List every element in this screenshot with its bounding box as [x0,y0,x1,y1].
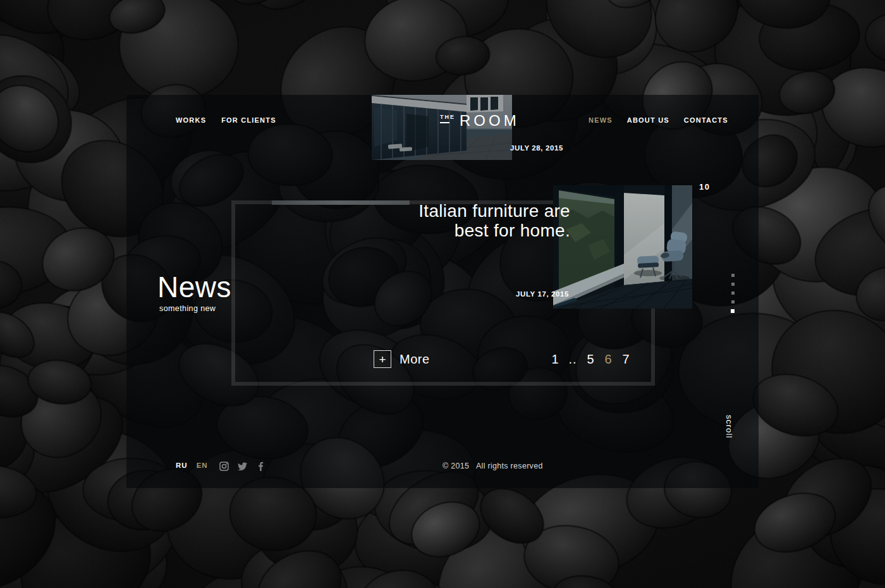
article-title-line-2: best for home. [418,221,570,240]
content-panel: WORKS FOR CLIENTS NEWS ABOUT US CONTACTS [126,95,759,488]
page-subtitle: something new [159,304,216,313]
logo-the-block: THE [440,113,455,123]
slide-dot[interactable] [731,274,735,277]
article-title[interactable]: Italian furniture are best for home. [418,201,570,240]
more-label: More [400,352,430,367]
nav-item-for-clients[interactable]: FOR CLIENTS [221,116,276,124]
pagination: 1 .. 5 6 7 [546,351,635,369]
nav-item-contacts[interactable]: CONTACTS [684,116,728,124]
current-article-image[interactable] [553,185,692,309]
page-link-6-current[interactable]: 6 [599,351,617,369]
lang-ru[interactable]: RU [176,462,188,469]
page-link-7[interactable]: 7 [617,351,635,369]
page-gap-dots: .. [564,351,582,369]
page-title: News [157,271,231,303]
previous-article-image-sliver [272,200,410,205]
slide-dot[interactable] [731,309,735,313]
slide-dot[interactable] [731,300,735,303]
nav-item-news[interactable]: NEWS [589,116,613,124]
brand-logo[interactable]: THE ROOM [440,113,520,128]
nav-right: NEWS ABOUT US CONTACTS [589,116,728,124]
current-article-date: JULY 17, 2015 [516,290,569,298]
nav-item-works[interactable]: WORKS [176,116,206,124]
scroll-indicator: scroll [724,415,734,439]
total-news-count: 10 [699,182,710,192]
facebook-icon[interactable] [256,462,266,471]
logo-the-text: THE [440,114,455,120]
nav-left: WORKS FOR CLIENTS [176,116,276,124]
plus-icon: + [374,350,391,368]
nav-item-about-us[interactable]: ABOUT US [627,116,669,124]
slide-dots [731,274,735,313]
slide-dot[interactable] [731,283,735,286]
lang-en[interactable]: EN [197,462,208,469]
interior-image [553,185,692,309]
copyright-text: © 2015 All rights reserved [442,462,543,470]
instagram-icon[interactable] [219,462,229,471]
language-switch: RU EN [176,462,208,469]
logo-underline [440,122,449,123]
more-button[interactable]: + More [374,350,430,368]
image-dim-overlay [553,185,692,309]
slide-dot[interactable] [731,291,735,295]
twitter-icon[interactable] [238,462,247,471]
page-link-1[interactable]: 1 [546,351,564,369]
logo-room-text: ROOM [460,113,520,128]
social-links [219,462,266,471]
article-title-line-1: Italian furniture are [418,201,570,221]
page: WORKS FOR CLIENTS NEWS ABOUT US CONTACTS [0,0,885,588]
page-link-5[interactable]: 5 [582,351,599,369]
previous-article-date: JULY 28, 2015 [510,144,563,152]
